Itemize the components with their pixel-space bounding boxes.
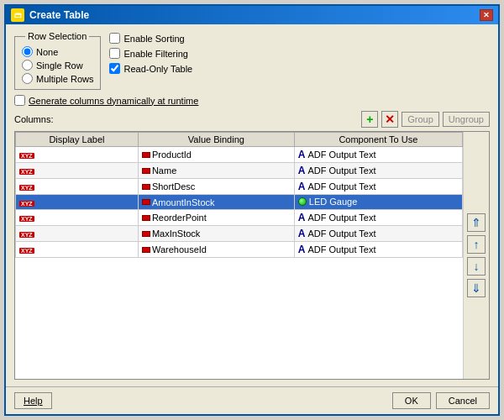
radio-multiple-input[interactable] — [22, 73, 33, 84]
ok-button[interactable]: OK — [392, 392, 431, 409]
help-button[interactable]: Help — [14, 392, 52, 409]
cell-component: A ADF Output Text — [294, 210, 462, 226]
table-wrapper: Display Label Value Binding Component To… — [15, 132, 463, 379]
radio-single[interactable]: Single Row — [22, 60, 93, 71]
filtering-checkbox[interactable] — [109, 48, 120, 59]
dialog-content: Row Selection None Single Row Multiple R… — [6, 24, 498, 386]
cell-binding: ShortDesc — [138, 179, 294, 195]
columns-table: Display Label Value Binding Component To… — [15, 132, 463, 258]
move-down-button[interactable]: ↓ — [467, 257, 486, 276]
generate-checkbox[interactable] — [14, 95, 25, 106]
move-top-button[interactable]: ⇑ — [467, 213, 486, 232]
dialog-title: Create Table — [29, 9, 89, 21]
checkbox-sorting[interactable]: Enable Sorting — [109, 33, 192, 44]
radio-single-input[interactable] — [22, 60, 33, 71]
move-bottom-button[interactable]: ⇓ — [467, 279, 486, 297]
cancel-button[interactable]: Cancel — [436, 392, 490, 409]
table-row[interactable]: XYZ WarehouseIdA ADF Output Text — [16, 242, 463, 258]
cell-component: A ADF Output Text — [294, 147, 462, 163]
radio-none[interactable]: None — [22, 46, 93, 57]
arrow-panel: ⇑ ↑ ↓ ⇓ — [463, 132, 489, 379]
cell-binding: Name — [138, 163, 294, 179]
columns-table-container: Display Label Value Binding Component To… — [14, 131, 490, 380]
ok-cancel-group: OK Cancel — [392, 392, 490, 409]
col-display-label: Display Label — [16, 133, 139, 147]
radio-multiple-label: Multiple Rows — [36, 74, 93, 84]
sorting-label: Enable Sorting — [123, 34, 184, 44]
cell-binding: ReorderPoint — [138, 210, 294, 226]
bottom-bar: Help OK Cancel — [6, 386, 498, 414]
table-body: XYZ ProductIdA ADF Output TextXYZ NameA … — [16, 147, 463, 258]
close-button[interactable]: ✕ — [480, 9, 493, 21]
readonly-checkbox[interactable] — [109, 63, 120, 74]
cell-component: A ADF Output Text — [294, 242, 462, 258]
top-section: Row Selection None Single Row Multiple R… — [14, 31, 490, 90]
radio-none-label: None — [36, 47, 58, 57]
radio-none-input[interactable] — [22, 46, 33, 57]
table-row[interactable]: XYZ ReorderPointA ADF Output Text — [16, 210, 463, 226]
title-bar-left: 🗃 Create Table — [11, 8, 89, 22]
checkboxes-group: Enable Sorting Enable Filtering Read-Onl… — [109, 31, 192, 90]
cell-component: A ADF Output Text — [294, 226, 462, 242]
ungroup-button[interactable]: Ungroup — [443, 112, 490, 127]
row-selection-legend: Row Selection — [25, 31, 89, 41]
readonly-label: Read-Only Table — [123, 64, 192, 74]
columns-section: Columns: + ✕ Group Ungroup Display Label… — [14, 111, 490, 380]
dialog-icon: 🗃 — [11, 8, 24, 22]
columns-label: Columns: — [14, 114, 53, 124]
cell-display: XYZ — [16, 210, 139, 226]
cell-binding: AmountInStock — [138, 195, 294, 210]
columns-header: Columns: + ✕ Group Ungroup — [14, 111, 490, 128]
create-table-dialog: 🗃 Create Table ✕ Row Selection None Sing… — [4, 4, 500, 416]
col-component: Component To Use — [294, 133, 462, 147]
group-button[interactable]: Group — [402, 112, 439, 127]
table-header: Display Label Value Binding Component To… — [16, 133, 463, 147]
table-row[interactable]: XYZ ShortDescA ADF Output Text — [16, 179, 463, 195]
generate-label[interactable]: Generate columns dynamically at runtime — [29, 96, 198, 106]
columns-toolbar: + ✕ Group Ungroup — [361, 111, 490, 128]
cell-component: LED Gauge — [294, 195, 462, 210]
col-value-binding: Value Binding — [138, 133, 294, 147]
radio-multiple[interactable]: Multiple Rows — [22, 73, 93, 84]
radio-group: None Single Row Multiple Rows — [22, 46, 93, 84]
cell-component: A ADF Output Text — [294, 163, 462, 179]
cell-display: XYZ — [16, 163, 139, 179]
cell-display: XYZ — [16, 226, 139, 242]
generate-row: Generate columns dynamically at runtime — [14, 95, 490, 106]
filtering-label: Enable Filtering — [123, 49, 187, 59]
table-row[interactable]: XYZ AmountInStock LED Gauge — [16, 195, 463, 210]
cell-binding: ProductId — [138, 147, 294, 163]
cell-binding: WarehouseId — [138, 242, 294, 258]
title-bar: 🗃 Create Table ✕ — [6, 6, 498, 24]
cell-binding: MaxInStock — [138, 226, 294, 242]
sorting-checkbox[interactable] — [109, 33, 120, 44]
move-up-button[interactable]: ↑ — [467, 235, 486, 254]
table-row[interactable]: XYZ MaxInStockA ADF Output Text — [16, 226, 463, 242]
checkbox-readonly[interactable]: Read-Only Table — [109, 63, 192, 74]
cell-component: A ADF Output Text — [294, 179, 462, 195]
table-row[interactable]: XYZ ProductIdA ADF Output Text — [16, 147, 463, 163]
cell-display: XYZ — [16, 195, 139, 210]
checkbox-filtering[interactable]: Enable Filtering — [109, 48, 192, 59]
cell-display: XYZ — [16, 242, 139, 258]
add-column-button[interactable]: + — [361, 111, 378, 128]
remove-column-button[interactable]: ✕ — [381, 111, 398, 128]
cell-display: XYZ — [16, 147, 139, 163]
cell-display: XYZ — [16, 179, 139, 195]
table-row[interactable]: XYZ NameA ADF Output Text — [16, 163, 463, 179]
radio-single-label: Single Row — [36, 60, 83, 71]
row-selection-group: Row Selection None Single Row Multiple R… — [14, 31, 101, 90]
